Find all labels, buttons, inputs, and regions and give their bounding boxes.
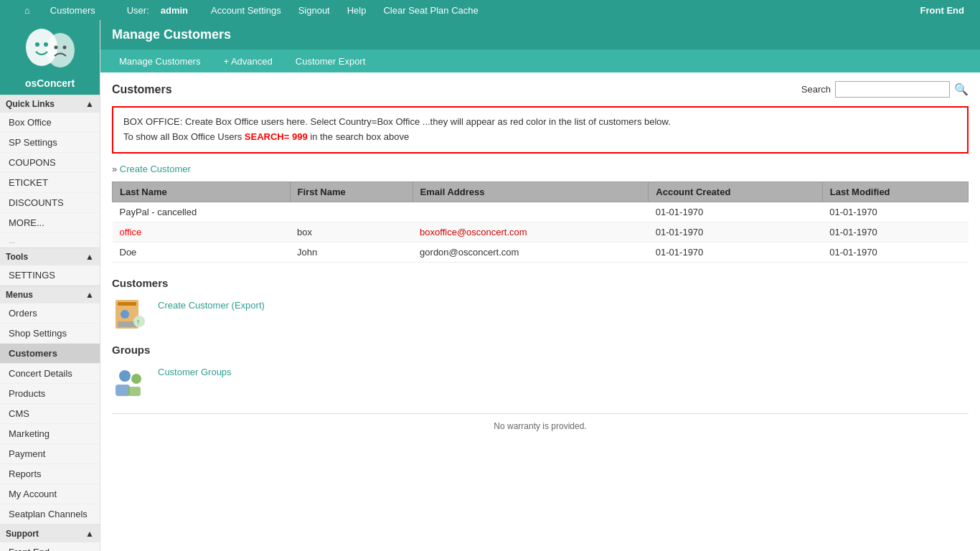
quick-links-item-coupons[interactable]: COUPONS: [0, 153, 100, 173]
sidebar-item-shop-settings[interactable]: Shop Settings: [0, 324, 100, 344]
sidebar-item-payment[interactable]: Payment: [0, 444, 100, 464]
svg-point-4: [54, 46, 57, 50]
table-row[interactable]: PayPal - cancelled01-01-197001-01-1970: [113, 202, 969, 222]
groups-links: Customer Groups: [158, 363, 232, 382]
logo-svg: [22, 26, 79, 76]
svg-point-5: [62, 46, 66, 50]
sidebar-item-orders[interactable]: Orders: [0, 303, 100, 324]
cell-last_name: office: [113, 222, 291, 242]
menus-label: Menus: [6, 290, 33, 300]
cell-last_modified: 01-01-1970: [822, 222, 968, 242]
sidebar-item-marketing[interactable]: Marketing: [0, 424, 100, 444]
sub-navbar: Manage Customers + Advanced Customer Exp…: [100, 50, 980, 72]
sidebar-item-concert-details[interactable]: Concert Details: [0, 364, 100, 384]
subnav-manage-customers[interactable]: Manage Customers: [108, 56, 212, 67]
groups-title: Groups: [112, 344, 969, 356]
customers-export-content: ↑ Create Customer (Export): [112, 296, 969, 332]
search-label: Search: [801, 84, 831, 95]
create-customer-export-link[interactable]: Create Customer (Export): [158, 300, 265, 311]
sidebar-item-front-end[interactable]: Front End: [0, 542, 100, 551]
svg-rect-7: [118, 302, 136, 306]
menus-collapse-icon: ▲: [85, 290, 94, 300]
cell-last_name: PayPal - cancelled: [113, 202, 291, 222]
customers-table: Last Name First Name Email Address Accou…: [112, 182, 969, 263]
content-area: Manage Customers Manage Customers + Adva…: [100, 20, 980, 551]
customers-export-links: Create Customer (Export): [158, 296, 265, 315]
col-last-name: Last Name: [113, 182, 291, 202]
signout-link[interactable]: Signout: [290, 5, 339, 16]
table-row[interactable]: officeboxboxoffice@osconcert.com01-01-19…: [113, 222, 969, 242]
svg-point-3: [44, 42, 48, 47]
groups-content: Customer Groups: [112, 363, 969, 399]
account-settings-link[interactable]: Account Settings: [197, 5, 290, 16]
sidebar-item-seatplan-channels[interactable]: Seatplan Channels: [0, 504, 100, 524]
sidebar-item-my-account[interactable]: My Account: [0, 484, 100, 504]
alert-line2-suffix: in the search box above: [308, 131, 410, 142]
sidebar: osConcert Quick Links ▲ Box Office SP Se…: [0, 20, 100, 551]
cell-first_name: John: [290, 242, 413, 262]
clear-cache-link[interactable]: Clear Seat Plan Cache: [374, 5, 486, 16]
sidebar-item-cms[interactable]: CMS: [0, 404, 100, 424]
cell-last_modified: 01-01-1970: [822, 242, 968, 262]
cell-last_modified: 01-01-1970: [822, 202, 968, 222]
home-link[interactable]: ⌂ Customers: [7, 5, 113, 16]
logo-text: osConcert: [25, 77, 75, 89]
quick-links-header[interactable]: Quick Links ▲: [0, 95, 100, 113]
cell-account_created: 01-01-1970: [649, 242, 822, 262]
quick-links-item-more[interactable]: MORE...: [0, 213, 100, 233]
user-label: User:: [113, 5, 158, 16]
tools-label: Tools: [6, 252, 28, 262]
sidebar-item-customers[interactable]: Customers: [0, 344, 100, 364]
alert-box: BOX OFFICE: Create Box Office users here…: [112, 106, 969, 154]
col-email: Email Address: [413, 182, 649, 202]
page-header: Manage Customers: [100, 20, 980, 50]
svg-point-12: [119, 370, 131, 382]
table-row[interactable]: DoeJohngordon@osconcert.com01-01-197001-…: [113, 242, 969, 262]
subnav-advanced[interactable]: + Advanced: [212, 56, 283, 67]
menus-header[interactable]: Menus ▲: [0, 286, 100, 303]
cell-email: boxoffice@osconcert.com: [413, 222, 649, 242]
cell-account_created: 01-01-1970: [649, 222, 822, 242]
main-content: Customers Search 🔍 BOX OFFICE: Create Bo…: [100, 72, 980, 551]
support-label: Support: [6, 529, 39, 539]
quick-links-collapse-icon: ▲: [85, 99, 94, 109]
search-icon[interactable]: 🔍: [954, 83, 969, 96]
sidebar-item-reports[interactable]: Reports: [0, 464, 100, 484]
user-name: admin: [158, 5, 197, 16]
create-customer-link[interactable]: Create Customer: [112, 164, 969, 174]
support-header[interactable]: Support ▲: [0, 524, 100, 542]
col-account-created: Account Created: [649, 182, 822, 202]
help-link[interactable]: Help: [339, 5, 375, 16]
tools-header[interactable]: Tools ▲: [0, 248, 100, 265]
customers-export-title: Customers: [112, 277, 969, 289]
top-navbar: ⌂ Customers User: admin Account Settings…: [0, 0, 980, 20]
search-right: Search 🔍: [801, 81, 969, 98]
search-input[interactable]: [835, 81, 950, 98]
quick-links-label: Quick Links: [6, 99, 55, 109]
customer-groups-link[interactable]: Customer Groups: [158, 367, 232, 377]
nav-customers-label[interactable]: Customers: [42, 5, 104, 16]
cell-last_name: Doe: [113, 242, 291, 262]
subnav-customer-export[interactable]: Customer Export: [284, 56, 377, 67]
customers-export-section: Customers ↑ Create Customer (Export): [112, 277, 969, 332]
quick-links-item-discounts[interactable]: DISCOUNTS: [0, 193, 100, 213]
svg-point-13: [131, 374, 141, 384]
tools-collapse-icon: ▲: [85, 252, 94, 262]
quick-links-item-sp-settings[interactable]: SP Settings: [0, 133, 100, 153]
home-icon: ⌂: [16, 5, 39, 16]
svg-point-2: [35, 42, 39, 47]
alert-highlight: SEARCH= 999: [245, 131, 308, 142]
sidebar-item-settings[interactable]: SETTINGS: [0, 265, 100, 286]
groups-section: Groups Customer Groups: [112, 344, 969, 399]
quick-links-item-eticket[interactable]: ETICKET: [0, 173, 100, 193]
quick-links-item-box-office[interactable]: Box Office: [0, 113, 100, 133]
col-first-name: First Name: [290, 182, 413, 202]
create-customer-anchor[interactable]: Create Customer: [120, 164, 191, 174]
sidebar-item-products[interactable]: Products: [0, 384, 100, 404]
col-last-modified: Last Modified: [822, 182, 968, 202]
groups-icon: [112, 363, 148, 399]
sidebar-dots: ...: [0, 233, 100, 248]
front-end-link[interactable]: Front End: [912, 5, 973, 16]
cell-email: [413, 202, 649, 222]
search-bar: Customers Search 🔍: [112, 81, 969, 98]
